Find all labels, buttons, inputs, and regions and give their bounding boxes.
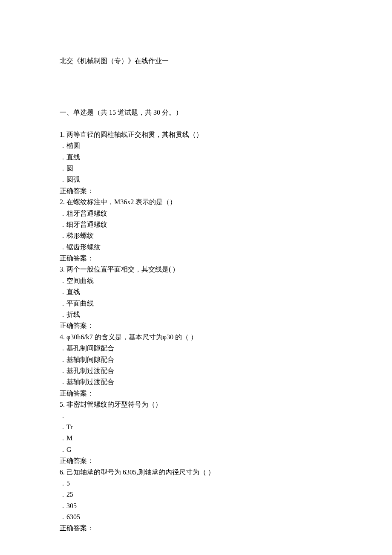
question-text: 6. 己知轴承的型号为 6305,则轴承的内径尺寸为（ ） [60,467,332,478]
answer-label: 正确答案： [60,320,332,331]
option-line: ．305 [60,500,332,512]
question-block: 4. φ30h6/k7 的含义是，基本尺寸为φ30 的（ ）．基孔制间隙配合．基… [60,332,332,399]
option-line: ．细牙普通螺纹 [60,219,332,230]
question-block: 1. 两等直径的圆柱轴线正交相贯，其相贯线（）．椭圆．直线．圆．圆弧正确答案： [60,129,332,197]
option-line: ．G [60,444,332,455]
option-line: ．直线 [60,286,332,298]
questions-container: 1. 两等直径的圆柱轴线正交相贯，其相贯线（）．椭圆．直线．圆．圆弧正确答案：2… [60,129,332,534]
option-line: ．圆弧 [60,174,332,185]
question-text: 3. 两个一般位置平面相交，其交线是( ) [60,264,332,275]
document-page: 北交《机械制图（专）》在线作业一 一、单选题（共 15 道试题，共 30 分。）… [0,0,392,555]
answer-label: 正确答案： [60,388,332,399]
question-text: 1. 两等直径的圆柱轴线正交相贯，其相贯线（） [60,129,332,140]
option-line: ．平面曲线 [60,298,332,309]
answer-label: 正确答案： [60,253,332,264]
question-block: 6. 己知轴承的型号为 6305,则轴承的内径尺寸为（ ）．5．25．305．6… [60,467,332,534]
option-line: ．梯形螺纹 [60,230,332,241]
document-title: 北交《机械制图（专）》在线作业一 [60,55,332,66]
option-line: ．Tr [60,422,332,433]
option-line: ．椭圆 [60,140,332,151]
option-line: ．基轴制间隙配合 [60,354,332,365]
option-line: ．基轴制过渡配合 [60,376,332,387]
option-line: ． [60,410,332,422]
question-text: 2. 在螺纹标注中，M36x2 表示的是（） [60,197,332,208]
question-text: 5. 非密封管螺纹的牙型符号为（） [60,399,332,410]
option-line: ．基孔制间隙配合 [60,343,332,354]
question-text: 4. φ30h6/k7 的含义是，基本尺寸为φ30 的（ ） [60,332,332,343]
option-line: ．空间曲线 [60,275,332,286]
option-line: ．基孔制过渡配合 [60,365,332,376]
option-line: ．粗牙普通螺纹 [60,208,332,219]
section-header: 一、单选题（共 15 道试题，共 30 分。） [60,107,332,118]
option-line: ．折线 [60,309,332,320]
question-block: 5. 非密封管螺纹的牙型符号为（）．．Tr．M．G正确答案： [60,399,332,466]
question-block: 2. 在螺纹标注中，M36x2 表示的是（）．粗牙普通螺纹．细牙普通螺纹．梯形螺… [60,197,332,264]
option-line: ．6305 [60,512,332,523]
option-line: ．锯齿形螺纹 [60,242,332,253]
option-line: ．直线 [60,152,332,163]
option-line: ．圆 [60,163,332,174]
option-line: ．M [60,433,332,444]
option-line: ．5 [60,478,332,489]
answer-label: 正确答案： [60,455,332,466]
answer-label: 正确答案： [60,523,332,534]
answer-label: 正确答案： [60,185,332,197]
option-line: ．25 [60,489,332,500]
question-block: 3. 两个一般位置平面相交，其交线是( )．空间曲线．直线．平面曲线．折线正确答… [60,264,332,331]
